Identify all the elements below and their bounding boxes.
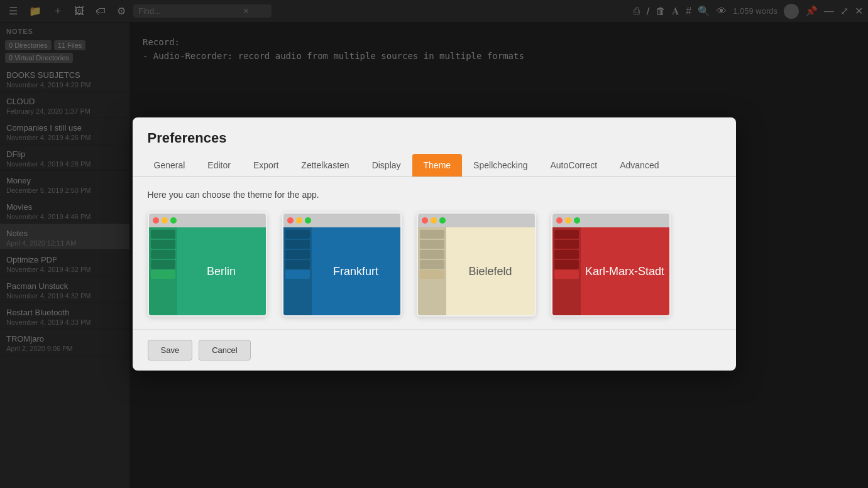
theme-card-berlin[interactable]: Berlin: [148, 212, 267, 317]
karlmarx-tl-red: [556, 217, 563, 224]
theme-card-karlmarx[interactable]: Karl-Marx-Stadt: [551, 212, 671, 317]
frankfurt-tl-red: [287, 217, 294, 224]
tab-display[interactable]: Display: [361, 154, 412, 176]
bielefeld-sidebar-preview: [418, 227, 446, 315]
tab-advanced[interactable]: Advanced: [608, 154, 670, 176]
modal-tabs: General Editor Export Zettelkasten Displ…: [133, 154, 736, 177]
berlin-tl-red: [153, 217, 159, 224]
bielefeld-tl-red: [422, 217, 428, 224]
bielefeld-titlebar: [418, 214, 535, 227]
bielefeld-tl-green: [439, 217, 446, 224]
karlmarx-sidebar-preview: [552, 227, 581, 315]
berlin-titlebar: [149, 214, 266, 227]
modal-body: Here you can choose the theme for the ap…: [133, 177, 736, 329]
berlin-tl-yellow: [162, 217, 168, 224]
frankfurt-main-preview: Frankfurt: [312, 227, 400, 315]
frankfurt-tl-green: [305, 217, 311, 224]
karlmarx-tl-yellow: [565, 217, 571, 224]
tab-spellchecking[interactable]: Spellchecking: [462, 154, 539, 176]
tab-general[interactable]: General: [143, 154, 197, 176]
tab-export[interactable]: Export: [242, 154, 290, 176]
theme-card-frankfurt[interactable]: Frankfurt: [282, 212, 402, 317]
berlin-content: Berlin: [149, 227, 266, 315]
karlmarx-tl-green: [574, 217, 580, 224]
berlin-sidebar-preview: [149, 227, 177, 315]
modal-title: Preferences: [133, 117, 736, 154]
tab-zettelkasten[interactable]: Zettelkasten: [290, 154, 360, 176]
preferences-modal: Preferences General Editor Export Zettel…: [133, 117, 736, 371]
frankfurt-tl-yellow: [296, 217, 302, 224]
tab-theme[interactable]: Theme: [412, 154, 463, 176]
tab-editor[interactable]: Editor: [196, 154, 242, 176]
frankfurt-titlebar: [283, 214, 400, 227]
karlmarx-content: Karl-Marx-Stadt: [552, 227, 669, 315]
berlin-tl-green: [170, 217, 177, 224]
tab-autocorrect[interactable]: AutoCorrect: [539, 154, 609, 176]
theme-card-bielefeld[interactable]: Bielefeld: [417, 212, 536, 317]
karlmarx-main-preview: Karl-Marx-Stadt: [581, 227, 669, 315]
frankfurt-sidebar-preview: [283, 227, 312, 315]
save-button[interactable]: Save: [148, 340, 193, 361]
modal-overlay[interactable]: Preferences General Editor Export Zettel…: [0, 0, 868, 488]
berlin-main-preview: Berlin: [177, 227, 266, 315]
bielefeld-content: Bielefeld: [418, 227, 535, 315]
bielefeld-tl-yellow: [431, 217, 437, 224]
frankfurt-content: Frankfurt: [283, 227, 400, 315]
karlmarx-titlebar: [552, 214, 669, 227]
bielefeld-main-preview: Bielefeld: [446, 227, 535, 315]
modal-subtitle: Here you can choose the theme for the ap…: [148, 190, 721, 200]
modal-footer: Save Cancel: [133, 329, 736, 371]
theme-grid: Berlin: [148, 212, 721, 317]
cancel-button[interactable]: Cancel: [199, 340, 250, 361]
